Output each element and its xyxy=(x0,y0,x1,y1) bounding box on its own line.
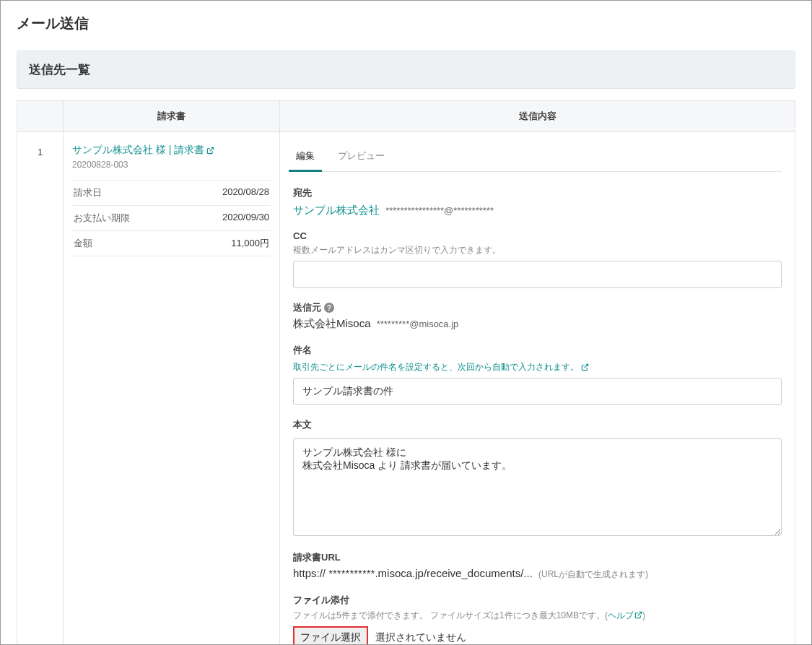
help-icon[interactable]: ? xyxy=(324,303,334,313)
field-to: 宛先 サンプル株式会社 ****************@*********** xyxy=(293,186,782,217)
field-url: 請求書URL https:// ***********.misoca.jp/re… xyxy=(293,551,782,581)
invoice-cell: サンプル株式会社 様 | 請求書 20200828-003 請求日 2020/0… xyxy=(64,132,280,645)
subject-label: 件名 xyxy=(293,344,782,357)
col-number xyxy=(17,101,64,131)
field-subject: 件名 取引先ごとにメールの件名を設定すると、次回から自動で入力されます。 xyxy=(293,344,782,405)
field-attach: ファイル添付 ファイルは5件まで添付できます。 ファイルサイズは1件につき最大1… xyxy=(293,594,782,645)
from-email: *********@misoca.jp xyxy=(377,319,459,329)
attach-help-link-text: ヘルプ xyxy=(608,610,634,620)
invoice-link-text: サンプル株式会社 様 | 請求書 xyxy=(72,144,204,157)
tabs: 編集 プレビュー xyxy=(293,142,782,172)
meta-row-amount: 金額 11,000円 xyxy=(72,230,271,256)
subject-hint-text: 取引先ごとにメールの件名を設定すると、次回から自動で入力されます。 xyxy=(293,361,579,373)
attach-label: ファイル添付 xyxy=(293,594,782,607)
cc-help-text: 複数メールアドレスはカンマ区切りで入力できます。 xyxy=(293,244,782,256)
from-label: 送信元 ? xyxy=(293,301,782,314)
col-content: 送信内容 xyxy=(280,101,795,131)
subject-input[interactable] xyxy=(293,378,782,405)
meta-label: 金額 xyxy=(74,237,92,250)
tab-preview[interactable]: プレビュー xyxy=(335,142,388,171)
meta-value: 11,000円 xyxy=(231,237,269,250)
file-select-button[interactable]: ファイル選択 xyxy=(293,626,368,645)
recipient-table: 請求書 送信内容 1 サンプル株式会社 様 | 請求書 20200828-003… xyxy=(17,100,795,645)
to-label: 宛先 xyxy=(293,186,782,199)
section-header: 送信先一覧 xyxy=(17,51,795,89)
url-label: 請求書URL xyxy=(293,551,782,564)
row-number: 1 xyxy=(17,132,64,645)
invoice-number: 20200828-003 xyxy=(72,160,271,170)
col-invoice: 請求書 xyxy=(64,101,280,131)
meta-value: 2020/09/30 xyxy=(222,212,269,225)
field-body: 本文 xyxy=(293,418,782,538)
url-note: (URLが自動で生成されます) xyxy=(538,569,648,579)
svg-line-2 xyxy=(638,612,642,615)
external-link-icon xyxy=(634,611,642,619)
table-row: 1 サンプル株式会社 様 | 請求書 20200828-003 請求日 2020… xyxy=(17,132,795,645)
attach-help-suffix: ) xyxy=(642,610,645,620)
field-from: 送信元 ? 株式会社Misoca *********@misoca.jp xyxy=(293,301,782,331)
attach-help-text: ファイルは5件まで添付できます。 ファイルサイズは1件につき最大10MBです。(… xyxy=(293,610,782,622)
url-value: https:// ***********.misoca.jp/receive_d… xyxy=(293,567,533,579)
invoice-link[interactable]: サンプル株式会社 様 | 請求書 xyxy=(72,144,214,157)
body-label: 本文 xyxy=(293,418,782,431)
attach-help-link[interactable]: ヘルプ xyxy=(608,610,642,620)
tab-edit[interactable]: 編集 xyxy=(293,142,318,171)
meta-row-billing-date: 請求日 2020/08/28 xyxy=(72,180,271,205)
meta-label: 請求日 xyxy=(74,186,102,199)
body-textarea[interactable] xyxy=(293,438,782,536)
file-status: 選択されていません xyxy=(375,631,466,643)
cc-input[interactable] xyxy=(293,261,782,288)
table-header: 請求書 送信内容 xyxy=(17,100,795,132)
from-label-text: 送信元 xyxy=(293,301,321,314)
svg-line-1 xyxy=(585,364,588,368)
meta-row-due-date: お支払い期限 2020/09/30 xyxy=(72,205,271,230)
invoice-meta: 請求日 2020/08/28 お支払い期限 2020/09/30 金額 11,0… xyxy=(72,180,271,256)
svg-line-0 xyxy=(210,147,214,151)
page-title: メール送信 xyxy=(17,14,795,33)
external-link-icon xyxy=(581,363,589,371)
recipient-name-link[interactable]: サンプル株式会社 xyxy=(293,204,380,216)
cc-label: CC xyxy=(293,230,782,241)
field-cc: CC 複数メールアドレスはカンマ区切りで入力できます。 xyxy=(293,230,782,288)
meta-value: 2020/08/28 xyxy=(222,186,269,199)
meta-label: お支払い期限 xyxy=(74,212,130,225)
from-name: 株式会社Misoca xyxy=(293,317,371,329)
content-cell: 編集 プレビュー 宛先 サンプル株式会社 ****************@**… xyxy=(280,132,795,645)
recipient-email: ****************@*********** xyxy=(385,205,494,216)
external-link-icon xyxy=(206,147,214,155)
subject-hint-link[interactable]: 取引先ごとにメールの件名を設定すると、次回から自動で入力されます。 xyxy=(293,361,589,373)
attach-help-prefix: ファイルは5件まで添付できます。 ファイルサイズは1件につき最大10MBです。( xyxy=(293,610,608,620)
